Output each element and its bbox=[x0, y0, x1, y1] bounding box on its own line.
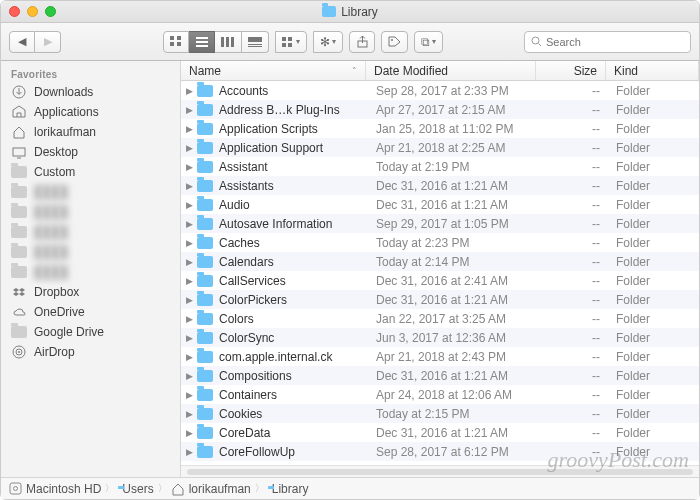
sidebar-item[interactable]: OneDrive bbox=[1, 302, 180, 322]
disclosure-triangle-icon[interactable]: ▶ bbox=[181, 428, 197, 438]
disclosure-triangle-icon[interactable]: ▶ bbox=[181, 238, 197, 248]
path-segment[interactable]: Library bbox=[268, 482, 309, 496]
file-row[interactable]: ▶AssistantsDec 31, 2016 at 1:21 AM--Fold… bbox=[181, 176, 699, 195]
sidebar-item[interactable]: Desktop bbox=[1, 142, 180, 162]
path-segment[interactable]: Macintosh HD bbox=[9, 482, 101, 496]
sidebar-item[interactable]: Dropbox bbox=[1, 282, 180, 302]
file-row[interactable]: ▶AccountsSep 28, 2017 at 2:33 PM--Folder bbox=[181, 81, 699, 100]
disclosure-triangle-icon[interactable]: ▶ bbox=[181, 200, 197, 210]
disclosure-triangle-icon[interactable]: ▶ bbox=[181, 105, 197, 115]
close-window-button[interactable] bbox=[9, 6, 20, 17]
icon-view-button[interactable] bbox=[163, 31, 189, 53]
column-date[interactable]: Date Modified bbox=[366, 61, 536, 80]
sidebar-item[interactable]: lorikaufman bbox=[1, 122, 180, 142]
tags-button[interactable] bbox=[381, 31, 408, 53]
gallery-view-button[interactable] bbox=[242, 31, 269, 53]
file-row[interactable]: ▶ColorsJan 22, 2017 at 3:25 AM--Folder bbox=[181, 309, 699, 328]
folder-icon bbox=[11, 225, 27, 239]
sidebar-item[interactable]: Custom bbox=[1, 162, 180, 182]
sidebar-item[interactable]: ████ bbox=[1, 222, 180, 242]
disclosure-triangle-icon[interactable]: ▶ bbox=[181, 333, 197, 343]
search-input[interactable] bbox=[546, 36, 684, 48]
file-name: Accounts bbox=[219, 84, 368, 98]
list-view-button[interactable] bbox=[189, 31, 215, 53]
sidebar-item-label: AirDrop bbox=[34, 345, 75, 359]
sidebar-item[interactable]: ████ bbox=[1, 242, 180, 262]
disclosure-triangle-icon[interactable]: ▶ bbox=[181, 352, 197, 362]
horizontal-scrollbar[interactable] bbox=[181, 465, 699, 477]
file-size: -- bbox=[538, 198, 608, 212]
file-row[interactable]: ▶com.apple.internal.ckApr 21, 2018 at 2:… bbox=[181, 347, 699, 366]
column-kind[interactable]: Kind bbox=[606, 61, 699, 80]
file-row[interactable]: ▶CalendarsToday at 2:14 PM--Folder bbox=[181, 252, 699, 271]
back-button[interactable]: ◀ bbox=[9, 31, 35, 53]
scrollbar-thumb[interactable] bbox=[187, 469, 693, 475]
disclosure-triangle-icon[interactable]: ▶ bbox=[181, 162, 197, 172]
file-row[interactable]: ▶ContainersApr 24, 2018 at 12:06 AM--Fol… bbox=[181, 385, 699, 404]
file-size: -- bbox=[538, 331, 608, 345]
file-row[interactable]: ▶CookiesToday at 2:15 PM--Folder bbox=[181, 404, 699, 423]
sidebar-item[interactable]: Applications bbox=[1, 102, 180, 122]
file-row[interactable]: ▶Application SupportApr 21, 2018 at 2:25… bbox=[181, 138, 699, 157]
minimize-window-button[interactable] bbox=[27, 6, 38, 17]
file-row[interactable]: ▶CachesToday at 2:23 PM--Folder bbox=[181, 233, 699, 252]
folder-icon bbox=[197, 389, 213, 401]
svg-point-26 bbox=[18, 351, 20, 353]
file-size: -- bbox=[538, 369, 608, 383]
disclosure-triangle-icon[interactable]: ▶ bbox=[181, 314, 197, 324]
svg-rect-2 bbox=[170, 42, 174, 46]
disclosure-triangle-icon[interactable]: ▶ bbox=[181, 447, 197, 457]
disclosure-triangle-icon[interactable]: ▶ bbox=[181, 181, 197, 191]
dropbox-toolbar-button[interactable]: ⧉ ▾ bbox=[414, 31, 443, 53]
file-size: -- bbox=[538, 350, 608, 364]
file-row[interactable]: ▶Autosave InformationSep 29, 2017 at 1:0… bbox=[181, 214, 699, 233]
path-segment[interactable]: lorikaufman bbox=[171, 482, 251, 496]
disclosure-triangle-icon[interactable]: ▶ bbox=[181, 143, 197, 153]
file-rows[interactable]: ▶AccountsSep 28, 2017 at 2:33 PM--Folder… bbox=[181, 81, 699, 465]
file-row[interactable]: ▶ColorPickersDec 31, 2016 at 1:21 AM--Fo… bbox=[181, 290, 699, 309]
file-row[interactable]: ▶CoreFollowUpSep 28, 2017 at 6:12 PM--Fo… bbox=[181, 442, 699, 461]
chevron-down-icon: ▾ bbox=[332, 37, 336, 46]
disclosure-triangle-icon[interactable]: ▶ bbox=[181, 86, 197, 96]
sidebar-item[interactable]: Google Drive bbox=[1, 322, 180, 342]
sidebar-item[interactable]: ████ bbox=[1, 202, 180, 222]
file-row[interactable]: ▶AssistantToday at 2:19 PM--Folder bbox=[181, 157, 699, 176]
svg-rect-5 bbox=[196, 41, 208, 43]
disclosure-triangle-icon[interactable]: ▶ bbox=[181, 257, 197, 267]
column-size[interactable]: Size bbox=[536, 61, 606, 80]
search-field[interactable] bbox=[524, 31, 691, 53]
column-name[interactable]: Name˄ bbox=[181, 61, 366, 80]
forward-button[interactable]: ▶ bbox=[35, 31, 61, 53]
file-row[interactable]: ▶Application ScriptsJan 25, 2018 at 11:0… bbox=[181, 119, 699, 138]
folder-icon bbox=[11, 325, 27, 339]
sidebar-item[interactable]: ████ bbox=[1, 262, 180, 282]
list-icon bbox=[196, 37, 208, 47]
file-row[interactable]: ▶AudioDec 31, 2016 at 1:21 AM--Folder bbox=[181, 195, 699, 214]
sidebar-item[interactable]: ████ bbox=[1, 182, 180, 202]
disclosure-triangle-icon[interactable]: ▶ bbox=[181, 124, 197, 134]
path-bar: Macintosh HD〉Users〉lorikaufman〉Library bbox=[1, 477, 699, 499]
sidebar-item[interactable]: Downloads bbox=[1, 82, 180, 102]
svg-rect-8 bbox=[226, 37, 229, 47]
zoom-window-button[interactable] bbox=[45, 6, 56, 17]
disclosure-triangle-icon[interactable]: ▶ bbox=[181, 390, 197, 400]
traffic-lights bbox=[9, 6, 56, 17]
file-row[interactable]: ▶CoreDataDec 31, 2016 at 1:21 AM--Folder bbox=[181, 423, 699, 442]
action-button[interactable]: ✻ ▾ bbox=[313, 31, 343, 53]
path-segment[interactable]: Users bbox=[118, 482, 153, 496]
file-name: Assistants bbox=[219, 179, 368, 193]
disclosure-triangle-icon[interactable]: ▶ bbox=[181, 371, 197, 381]
column-view-button[interactable] bbox=[215, 31, 242, 53]
disclosure-triangle-icon[interactable]: ▶ bbox=[181, 295, 197, 305]
file-row[interactable]: ▶CompositionsDec 31, 2016 at 1:21 AM--Fo… bbox=[181, 366, 699, 385]
onedrive-icon bbox=[11, 305, 27, 319]
share-button[interactable] bbox=[349, 31, 375, 53]
sidebar-item[interactable]: AirDrop bbox=[1, 342, 180, 362]
arrange-button[interactable]: ▾ bbox=[275, 31, 307, 53]
disclosure-triangle-icon[interactable]: ▶ bbox=[181, 276, 197, 286]
file-row[interactable]: ▶Address B…k Plug-InsApr 27, 2017 at 2:1… bbox=[181, 100, 699, 119]
file-row[interactable]: ▶CallServicesDec 31, 2016 at 2:41 AM--Fo… bbox=[181, 271, 699, 290]
disclosure-triangle-icon[interactable]: ▶ bbox=[181, 409, 197, 419]
file-row[interactable]: ▶ColorSyncJun 3, 2017 at 12:36 AM--Folde… bbox=[181, 328, 699, 347]
disclosure-triangle-icon[interactable]: ▶ bbox=[181, 219, 197, 229]
